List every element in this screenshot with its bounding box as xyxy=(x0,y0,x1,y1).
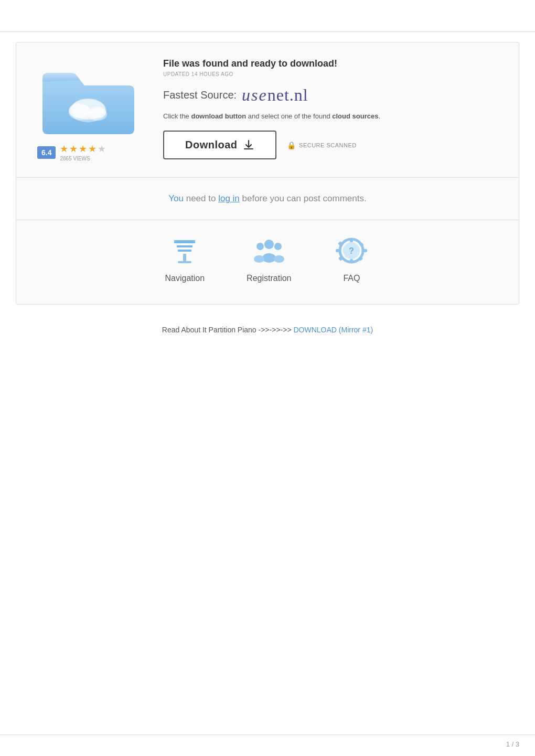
svg-rect-6 xyxy=(174,240,195,243)
svg-rect-8 xyxy=(178,250,191,252)
svg-point-14 xyxy=(262,253,276,263)
star-3: ★ xyxy=(79,143,87,155)
svg-point-12 xyxy=(256,243,264,250)
faq-label: FAQ xyxy=(343,274,360,283)
registration-icon xyxy=(251,236,287,267)
comments-text: You need to log in before you can post c… xyxy=(37,193,498,204)
secure-scanned-label: SECURE SCANNED xyxy=(299,142,357,148)
svg-rect-19 xyxy=(350,239,353,242)
body-text-section: Read About It Partition Piano ->>->>->> … xyxy=(0,305,535,344)
nav-item-navigation[interactable]: Navigation xyxy=(165,236,205,283)
svg-rect-20 xyxy=(350,259,353,263)
registration-label: Registration xyxy=(247,274,291,283)
rating-box: 6.4 xyxy=(37,146,56,159)
click-info: Click the download button and select one… xyxy=(163,112,498,120)
comments-suffix: before you can post comments. xyxy=(240,193,367,203)
click-info-prefix: Click the xyxy=(163,112,191,120)
svg-text:?: ? xyxy=(349,246,355,255)
download-button-label: Download xyxy=(185,139,238,151)
svg-rect-10 xyxy=(178,261,191,263)
svg-point-4 xyxy=(69,103,90,118)
download-button[interactable]: Download xyxy=(163,131,276,159)
navigation-icon xyxy=(166,236,203,267)
svg-rect-7 xyxy=(177,245,192,247)
svg-point-13 xyxy=(274,243,282,250)
folder-icon xyxy=(37,58,137,137)
nav-item-registration[interactable]: Registration xyxy=(247,236,291,283)
card-top: 6.4 ★ ★ ★ ★ ★ 2865 VIEWS File was found … xyxy=(16,42,519,177)
fastest-source-label: Fastest Source: xyxy=(163,89,237,101)
info-area: File was found and ready to download! UP… xyxy=(163,58,498,159)
cloud-sources-text: cloud sources xyxy=(332,112,378,120)
comments-middle: need to xyxy=(184,193,218,203)
click-info-middle: and select one of the found xyxy=(246,112,332,120)
top-border xyxy=(0,31,535,32)
faq-icon: ? xyxy=(333,236,370,267)
star-2: ★ xyxy=(69,143,78,155)
body-text-prefix: Read About It Partition Piano ->>->>->> xyxy=(162,326,294,334)
nav-icons-section: Navigation Registration xyxy=(16,220,519,304)
updated-text: UPDATED 14 HOUES AGO xyxy=(163,71,498,77)
rating-row: 6.4 ★ ★ ★ ★ ★ 2865 VIEWS xyxy=(37,143,106,161)
download-button-text-ref: download button xyxy=(191,112,246,120)
svg-rect-22 xyxy=(363,249,367,252)
download-icon xyxy=(243,139,254,151)
svg-point-11 xyxy=(264,240,274,249)
folder-area: 6.4 ★ ★ ★ ★ ★ 2865 VIEWS xyxy=(37,58,142,161)
login-link[interactable]: log in xyxy=(218,193,240,203)
bottom-border xyxy=(0,735,535,735)
click-info-suffix: . xyxy=(378,112,380,120)
star-5: ★ xyxy=(98,143,106,155)
svg-point-15 xyxy=(254,255,264,263)
nav-item-faq[interactable]: ? FAQ xyxy=(333,236,370,283)
comments-section: You need to log in before you can post c… xyxy=(16,178,519,220)
lock-icon: 🔒 xyxy=(287,141,296,149)
fastest-source-row: Fastest Source: usenet.nl xyxy=(163,85,498,105)
page-number: 1 / 3 xyxy=(506,740,519,748)
download-row: Download 🔒 SECURE SCANNED xyxy=(163,131,498,159)
main-card: 6.4 ★ ★ ★ ★ ★ 2865 VIEWS File was found … xyxy=(16,42,519,305)
navigation-label: Navigation xyxy=(165,274,205,283)
svg-point-16 xyxy=(274,255,284,263)
body-text: Read About It Partition Piano ->>->>->> … xyxy=(16,326,519,334)
stars: ★ ★ ★ ★ ★ xyxy=(60,143,106,155)
star-1: ★ xyxy=(60,143,68,155)
usenet-logo: usenet.nl xyxy=(242,85,308,105)
svg-rect-21 xyxy=(336,249,339,252)
rating-col: ★ ★ ★ ★ ★ 2865 VIEWS xyxy=(60,143,106,161)
svg-point-5 xyxy=(89,106,106,118)
svg-rect-9 xyxy=(183,254,186,261)
secure-scanned: 🔒 SECURE SCANNED xyxy=(287,141,357,149)
star-4: ★ xyxy=(88,143,97,155)
views-text: 2865 VIEWS xyxy=(60,156,106,161)
file-found-title: File was found and ready to download! xyxy=(163,58,498,69)
download-mirror-link[interactable]: DOWNLOAD (Mirror #1) xyxy=(293,326,373,334)
you-text: You xyxy=(168,193,184,203)
